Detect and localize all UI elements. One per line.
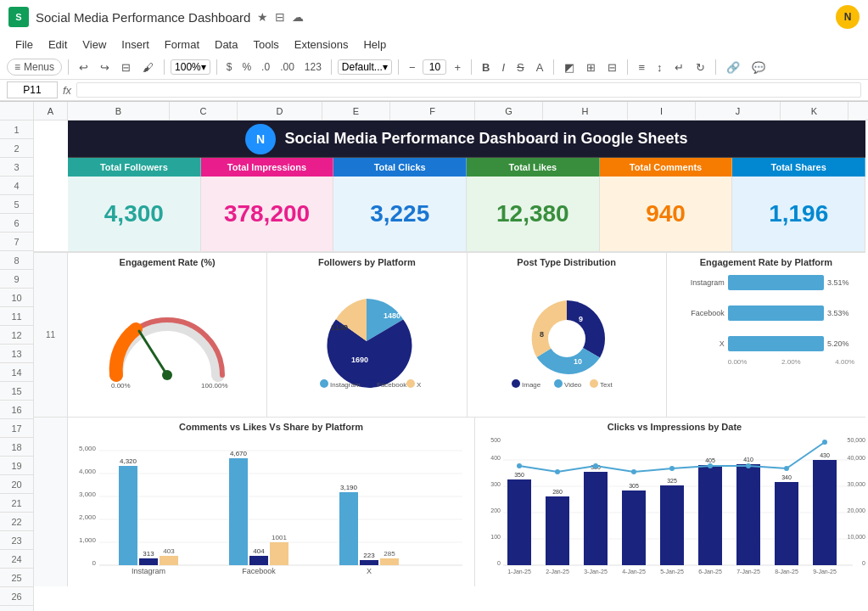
row-num-charts1: 11	[34, 253, 68, 417]
spacer2	[34, 177, 68, 251]
app-icon: S	[8, 7, 29, 27]
engagement-platform-title: Engagement Rate by Platform	[671, 257, 861, 267]
merge-button[interactable]: ⊟	[603, 59, 621, 76]
combo-chart-cell: Clicks vs Impressions by Date 0 100 200 …	[475, 418, 868, 586]
col-header-F: F	[390, 102, 475, 121]
col-header-K: K	[781, 102, 848, 121]
hbar-facebook: Facebook 3.53%	[678, 306, 854, 321]
decimal-inc-button[interactable]: .00	[277, 59, 298, 75]
svg-point-26	[590, 379, 598, 388]
col-header-C: C	[170, 102, 238, 121]
currency-button[interactable]: $	[223, 59, 236, 75]
svg-rect-94	[698, 465, 722, 565]
rotate-button[interactable]: ↻	[692, 59, 709, 76]
svg-point-14	[367, 379, 375, 388]
fill-color-button[interactable]: ◩	[560, 59, 579, 76]
svg-text:5-Jan-25: 5-Jan-25	[660, 569, 684, 575]
menu-help[interactable]: Help	[356, 36, 393, 53]
svg-rect-58	[380, 558, 399, 565]
text-color-button[interactable]: A	[532, 59, 548, 76]
comment-button[interactable]: 💬	[748, 59, 770, 76]
bold-button[interactable]: B	[478, 59, 494, 76]
row-num-6: 6	[0, 214, 33, 233]
align-h-button[interactable]: ≡	[634, 59, 649, 76]
undo-button[interactable]: ↩	[75, 59, 92, 76]
menu-file[interactable]: File	[8, 36, 40, 53]
axis-0: 0.00%	[728, 358, 748, 366]
row-numbers-col: 1234567891011121314151617181920212223242…	[0, 102, 34, 611]
cloud-icon[interactable]: ☁	[292, 10, 304, 24]
font-size-input[interactable]	[423, 59, 446, 75]
wrap-button[interactable]: ↵	[670, 59, 688, 76]
kpi-value-total-shares: 1,196	[732, 177, 865, 251]
format123-button[interactable]: 123	[301, 59, 325, 75]
menu-insert[interactable]: Insert	[115, 36, 156, 53]
svg-text:405: 405	[705, 457, 715, 463]
row-num-2: 2	[0, 139, 33, 158]
svg-text:10: 10	[574, 357, 582, 366]
svg-point-22	[512, 379, 520, 388]
star-icon[interactable]: ★	[257, 10, 268, 24]
menu-data[interactable]: Data	[208, 36, 244, 53]
row-num-23: 23	[0, 531, 33, 550]
percent-button[interactable]: %	[238, 59, 255, 75]
svg-line-4	[139, 331, 167, 375]
menu-tools[interactable]: Tools	[246, 36, 285, 53]
svg-text:430: 430	[820, 452, 830, 458]
kpi-header-total-followers: Total Followers	[68, 158, 201, 177]
col-header-I: I	[628, 102, 696, 121]
borders-button[interactable]: ⊞	[582, 59, 600, 76]
svg-text:1-Jan-25: 1-Jan-25	[507, 569, 531, 575]
cell-reference[interactable]: P11	[7, 81, 58, 98]
menu-view[interactable]: View	[76, 36, 113, 53]
print-button[interactable]: ⊟	[117, 59, 135, 76]
hbar-instagram: Instagram 3.51%	[678, 275, 854, 290]
zoom-selector[interactable]: 100%▾	[171, 59, 210, 75]
svg-text:1001: 1001	[272, 534, 287, 541]
redo-button[interactable]: ↪	[96, 59, 114, 76]
svg-text:4,670: 4,670	[230, 450, 248, 457]
folder-icon[interactable]: ⊟	[275, 10, 285, 24]
followers-pie-title: Followers by Platform	[272, 257, 462, 267]
svg-rect-100	[813, 460, 837, 565]
strikethrough-button[interactable]: S	[512, 59, 529, 76]
col-header-D: D	[238, 102, 322, 121]
row-num-1	[34, 121, 68, 158]
svg-text:Instagram: Instagram	[132, 567, 165, 575]
decimal-dec-button[interactable]: .0	[258, 59, 273, 75]
col-headers-row: ABCDEFGHIJKL	[34, 102, 868, 121]
hbar-x: X 5.20%	[678, 336, 854, 351]
gauge-container: 0.00% 100.00% 3.84%	[72, 269, 262, 412]
svg-text:300: 300	[490, 481, 501, 487]
link-button[interactable]: 🔗	[722, 59, 744, 76]
menu-extensions[interactable]: Extensions	[288, 36, 356, 53]
axis-2: 2.00%	[781, 358, 801, 366]
align-v-button[interactable]: ↕	[652, 59, 667, 76]
svg-text:0: 0	[92, 559, 97, 567]
font-size-decrease[interactable]: −	[405, 59, 420, 76]
svg-text:313: 313	[143, 550, 154, 558]
menu-edit[interactable]: Edit	[42, 36, 74, 53]
svg-text:350: 350	[514, 472, 524, 478]
hbar-facebook-value: 3.53%	[827, 309, 854, 317]
svg-text:325: 325	[667, 478, 677, 484]
svg-text:4,000: 4,000	[79, 468, 97, 475]
svg-text:1480: 1480	[384, 311, 400, 320]
menus-button[interactable]: ≡Menus	[7, 59, 62, 76]
font-selector[interactable]: Default...▾	[338, 59, 392, 75]
gauge-chart-cell: Engagement Rate (%)	[68, 253, 267, 417]
svg-text:S: S	[15, 12, 21, 22]
menu-format[interactable]: Format	[158, 36, 206, 53]
svg-rect-84	[507, 479, 531, 565]
paint-format-button[interactable]: 🖌	[138, 59, 158, 76]
svg-text:1,000: 1,000	[79, 536, 97, 544]
italic-button[interactable]: I	[497, 59, 509, 76]
svg-text:5,000: 5,000	[79, 445, 97, 452]
svg-text:Facebook: Facebook	[242, 567, 276, 575]
title-section: N Social Media Performance Dashboard in …	[34, 121, 865, 158]
hbar-chart: Instagram 3.51% Facebook 3.53%	[671, 271, 861, 412]
kpi-header-total-comments: Total Comments	[600, 158, 733, 177]
formula-input[interactable]	[76, 82, 861, 98]
svg-rect-51	[270, 542, 288, 565]
font-size-increase[interactable]: +	[450, 59, 465, 76]
